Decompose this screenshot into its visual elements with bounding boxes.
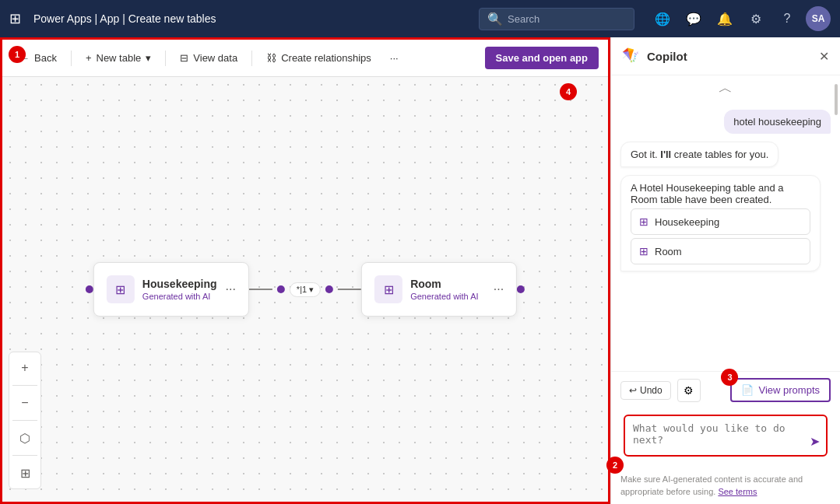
copilot-header: 🪁 Copilot ✕: [611, 37, 840, 75]
room-info: Room Generated with AI: [410, 278, 478, 301]
topbar: ⊞ Power Apps | App | Create new tables 🔍…: [0, 0, 840, 37]
filter-icon: ⚙: [684, 384, 694, 397]
new-table-label: New table: [97, 52, 142, 64]
zoom-out-button[interactable]: −: [12, 390, 37, 415]
help-icon[interactable]: ?: [775, 6, 800, 31]
view-data-label: View data: [193, 52, 237, 64]
close-button[interactable]: ✕: [819, 49, 829, 64]
user-message-text: hotel housekeeping: [733, 116, 821, 128]
housekeeping-card-header: ⊞ Housekeeping Generated with AI ···: [107, 275, 236, 303]
view-prompts-label: View prompts: [758, 384, 820, 396]
bot-message-2: A Hotel Housekeeping table and a Room ta…: [620, 175, 821, 271]
create-relationships-button[interactable]: ⛓ Create relationships: [258, 47, 379, 68]
topbar-icons: 🌐 💬 🔔 ⚙ ? SA: [650, 6, 831, 31]
housekeeping-subtitle: Generated with AI: [142, 292, 217, 301]
search-icon: 🔍: [487, 12, 503, 26]
send-button[interactable]: ➤: [810, 434, 820, 449]
new-table-button[interactable]: + New table ▾: [78, 47, 159, 68]
toolbar: ← Back + New table ▾ ⊟ View data ⛓ Creat…: [2, 40, 608, 77]
room-icon: ⊞: [374, 275, 402, 303]
chip-icon-1: ⊞: [639, 215, 648, 228]
prompts-icon: 📄: [741, 384, 754, 396]
copilot-input[interactable]: [633, 422, 818, 446]
chip-label-1: Housekeeping: [655, 216, 719, 228]
canvas-dots[interactable]: ⊞ Housekeeping Generated with AI ··· *|1: [2, 77, 608, 502]
minimap-button[interactable]: ⊞: [12, 460, 37, 485]
app-title: Power Apps | App | Create new tables: [33, 12, 216, 25]
bot-message-text-2: A Hotel Housekeeping table and a Room ta…: [631, 182, 784, 205]
copilot-footer: Make sure AI-generated content is accura…: [611, 469, 840, 504]
copilot-logo: 🪁: [622, 47, 641, 65]
filter-button[interactable]: ⚙: [677, 379, 701, 402]
toolbar-divider-3: [251, 51, 252, 66]
view-data-icon: ⊟: [180, 52, 188, 64]
room-subtitle: Generated with AI: [410, 292, 478, 301]
notifications-icon[interactable]: 🔔: [712, 6, 737, 31]
copilot-actions: ↩ Undo ⚙ 3 📄 View prompts: [611, 371, 840, 408]
connector-line: *|1 ▾: [249, 282, 361, 297]
mid-left-dot: [277, 285, 285, 293]
scroll-thumb: [835, 84, 838, 115]
undo-label: Undo: [640, 385, 663, 396]
connector-text: *|1: [297, 285, 307, 294]
scroll-up-indicator[interactable]: ︿: [611, 75, 840, 100]
table-cards-area: ⊞ Housekeeping Generated with AI ··· *|1: [86, 262, 525, 317]
room-title: Room: [410, 278, 478, 290]
search-input[interactable]: [508, 13, 626, 25]
line-right: [338, 289, 361, 290]
teams-icon[interactable]: 💬: [681, 6, 706, 31]
view-prompts-button[interactable]: 📄 View prompts: [730, 378, 831, 402]
zoom-in-button[interactable]: +: [12, 355, 37, 380]
canvas-tools: + − ⬡ ⊞: [9, 352, 41, 489]
copilot-messages: hotel housekeeping Got it. I'll create t…: [611, 100, 840, 371]
search-box[interactable]: 🔍: [479, 8, 634, 30]
right-connector-dot: [517, 285, 525, 293]
room-card-header: ⊞ Room Generated with AI ···: [374, 275, 504, 303]
more-icon: ···: [390, 52, 399, 64]
copilot-scrollbar[interactable]: [834, 76, 838, 457]
tool-divider-2: [12, 420, 37, 421]
line-left: [249, 289, 272, 290]
housekeeping-card[interactable]: ⊞ Housekeeping Generated with AI ···: [93, 262, 249, 317]
view-data-button[interactable]: ⊟ View data: [172, 47, 245, 68]
copilot-title: Copilot: [647, 50, 813, 63]
plus-icon: +: [86, 52, 92, 64]
save-open-app-button[interactable]: Save and open app: [485, 47, 599, 69]
settings-icon[interactable]: ⚙: [743, 6, 768, 31]
room-menu[interactable]: ···: [494, 282, 504, 296]
copilot-input-area[interactable]: ➤: [624, 415, 828, 457]
create-relationships-label: Create relationships: [281, 52, 371, 64]
chip-icon-2: ⊞: [639, 245, 648, 257]
see-terms-link[interactable]: See terms: [718, 487, 757, 496]
main-layout: 1 ← Back + New table ▾ ⊟ View data ⛓ Cre…: [0, 37, 840, 504]
fit-view-button[interactable]: ⬡: [12, 425, 37, 450]
step1-badge: 1: [9, 46, 26, 63]
more-button[interactable]: ···: [382, 47, 406, 68]
avatar[interactable]: SA: [806, 6, 831, 31]
environment-icon[interactable]: 🌐: [650, 6, 675, 31]
footer-text: Make sure AI-generated content is accura…: [620, 474, 803, 495]
user-message-1: hotel housekeeping: [724, 110, 831, 134]
housekeeping-title: Housekeeping: [142, 278, 217, 290]
toolbar-divider-2: [165, 51, 166, 66]
toolbar-divider-1: [71, 51, 72, 66]
undo-icon: ↩: [629, 385, 637, 396]
step4-badge: 4: [560, 83, 577, 100]
tool-divider: [12, 385, 37, 386]
canvas-area: 1 ← Back + New table ▾ ⊟ View data ⛓ Cre…: [0, 37, 610, 504]
copilot-panel: 🪁 Copilot ✕ ︿ hotel housekeeping Got it.…: [610, 37, 840, 504]
undo-button[interactable]: ↩ Undo: [620, 381, 671, 400]
tool-divider-3: [12, 455, 37, 456]
bot-message-1: Got it. I'll create tables for you.: [620, 142, 778, 167]
housekeeping-menu[interactable]: ···: [226, 282, 236, 296]
grid-icon: ⊞: [9, 10, 21, 27]
connector-label[interactable]: *|1 ▾: [290, 282, 321, 297]
room-card[interactable]: ⊞ Room Generated with AI ···: [361, 262, 517, 317]
bot-message-text-1: Got it. I'll create tables for you.: [631, 149, 768, 160]
mid-right-dot: [325, 285, 333, 293]
housekeeping-info: Housekeeping Generated with AI: [142, 278, 217, 301]
housekeeping-chip[interactable]: ⊞ Housekeeping: [631, 208, 810, 235]
left-connector-dot: [86, 285, 93, 293]
back-label: Back: [34, 52, 57, 64]
room-chip[interactable]: ⊞ Room: [631, 238, 810, 264]
